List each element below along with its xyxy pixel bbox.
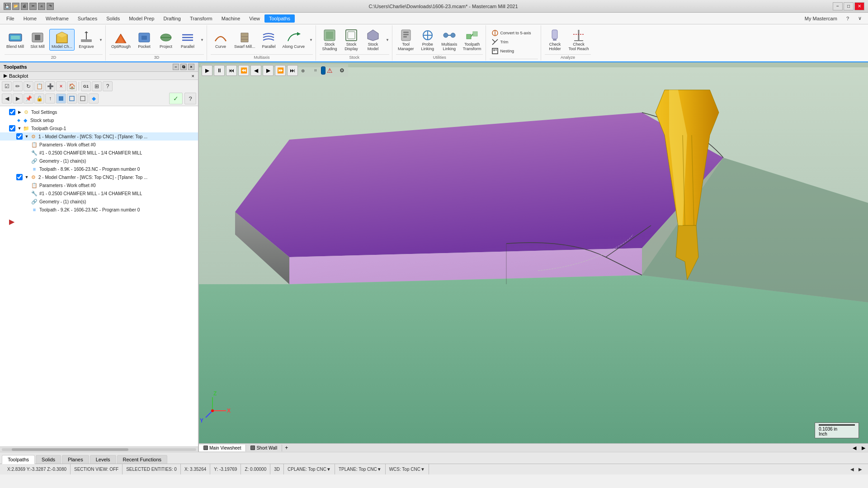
- ribbon-btn-project[interactable]: Project: [156, 29, 176, 50]
- vp-step-back[interactable]: ⏪: [238, 65, 249, 76]
- tree-item-op1[interactable]: ▼ ⚙ 1 - Model Chamfer - [WCS: Top CNC] -…: [0, 132, 198, 141]
- multiaxis-expand-arrow[interactable]: ▼: [309, 38, 313, 42]
- menu-wireframe[interactable]: Wireframe: [41, 14, 73, 23]
- tree-item-toolpath-group1[interactable]: ▼ 📁 Toolpath Group-1: [0, 124, 198, 132]
- ribbon-btn-stock-shading[interactable]: StockShading: [320, 27, 340, 52]
- bottom-tab-toolpaths[interactable]: Toolpaths: [2, 455, 35, 464]
- tree-item-op2-params[interactable]: 📋 Parameters - Work offset #0: [0, 181, 198, 189]
- ptb-home[interactable]: 🏠: [67, 81, 77, 91]
- ribbon-btn-tool-manager[interactable]: ToolManager: [396, 27, 416, 52]
- viewport[interactable]: X Z Y ▶ ⏸ ⏮ ⏪ ◀ ▶ ⏩ ⏭ ⊕ ⌗: [199, 62, 868, 452]
- minimize-button[interactable]: −: [833, 2, 843, 10]
- vp-pause[interactable]: ⏸: [214, 65, 225, 76]
- ribbon-btn-multiaxis-linking[interactable]: MultiaxisLinking: [439, 27, 459, 52]
- tree-checkbox-op2[interactable]: [16, 174, 23, 180]
- viewsheet-add-btn[interactable]: +: [282, 444, 291, 452]
- tree-item-tool-settings[interactable]: ▶ ⚙ Tool Settings: [0, 108, 198, 116]
- ptb-toggle-op-2[interactable]: [67, 94, 77, 103]
- tree-checkbox-tool-settings[interactable]: [9, 109, 15, 115]
- menu-surfaces[interactable]: Surfaces: [73, 14, 102, 23]
- backplot-close-btn[interactable]: ×: [192, 73, 194, 79]
- ribbon-btn-optirough[interactable]: OptiRough: [109, 29, 132, 50]
- ptb-diamond[interactable]: ◆: [89, 94, 99, 103]
- ribbon-btn-model-ch[interactable]: Model Ch...: [49, 29, 75, 51]
- vp-settings-btn[interactable]: ⚙: [336, 65, 347, 76]
- panel-float-btn[interactable]: ⧉: [180, 64, 187, 70]
- vp-skip-back[interactable]: ⏮: [226, 65, 237, 76]
- tree-expander-op2[interactable]: ▼: [24, 174, 30, 180]
- ribbon-btn-nesting[interactable]: Nesting: [490, 47, 533, 55]
- ribbon-btn-trim[interactable]: Trim: [490, 38, 533, 46]
- ptb-delete[interactable]: ×: [56, 81, 66, 91]
- vp-skip-forward[interactable]: ⏭: [287, 65, 298, 76]
- 2d-expand-arrow[interactable]: ▼: [99, 38, 103, 42]
- ribbon-btn-pocket[interactable]: Pocket: [134, 29, 154, 50]
- tree-expander-op1[interactable]: ▼: [24, 133, 30, 140]
- vp-next-frame[interactable]: ▶: [263, 65, 274, 76]
- ribbon-btn-parallel-ma[interactable]: Parallel: [259, 29, 278, 50]
- menu-my-mastercam[interactable]: My Mastercam: [800, 14, 842, 23]
- status-nav-left[interactable]: ◀: [848, 465, 856, 474]
- ptb-pin[interactable]: 📌: [24, 94, 33, 103]
- panel-scrollbar[interactable]: [0, 446, 198, 452]
- ptb-something[interactable]: ⊞: [92, 81, 102, 91]
- tree-item-op1-tp[interactable]: ≡ Toolpath - 8.9K - 1606-23.NC - Program…: [0, 165, 198, 173]
- ribbon-btn-along-curve[interactable]: Along Curve: [280, 29, 307, 50]
- menu-help[interactable]: ?: [842, 14, 854, 23]
- tree-item-stock-setup[interactable]: ◆ ◆ Stock setup: [0, 116, 198, 124]
- menu-drafting[interactable]: Drafting: [159, 14, 185, 23]
- ptb-toolpath-manager[interactable]: 📋: [34, 81, 44, 91]
- tree-checkbox-tpgroup1[interactable]: [9, 125, 15, 131]
- close-button[interactable]: ✕: [854, 2, 864, 10]
- tree-item-op2[interactable]: ▼ ⚙ 2 - Model Chamfer - [WCS: Top CNC] -…: [0, 173, 198, 181]
- app-icon-cut[interactable]: ✂: [29, 3, 37, 10]
- tree-item-op1-params[interactable]: 📋 Parameters - Work offset #0: [0, 141, 198, 149]
- ptb-question[interactable]: ?: [184, 93, 196, 104]
- ribbon-btn-convert-5axis[interactable]: Convert to 5-axis: [490, 29, 533, 37]
- scrollbar-thumb[interactable]: [12, 448, 128, 451]
- ribbon-btn-probe-linking[interactable]: ProbeLinking: [418, 27, 438, 52]
- ribbon-btn-stock-model[interactable]: StockModel: [363, 27, 383, 52]
- ribbon-btn-swarf-mill[interactable]: Swarf Mill...: [232, 29, 257, 50]
- ptb-confirm[interactable]: ✓: [169, 93, 183, 104]
- app-icon-open[interactable]: 📂: [12, 3, 19, 10]
- ribbon-btn-parallel[interactable]: Parallel: [178, 29, 198, 50]
- maximize-button[interactable]: □: [844, 2, 854, 10]
- ptb-forward[interactable]: ▶: [13, 94, 23, 103]
- ribbon-btn-stock-display[interactable]: StockDisplay: [341, 27, 361, 52]
- vp-alert-btn[interactable]: ⚠: [324, 65, 335, 76]
- tree-item-op2-tool[interactable]: 🔧 #1 - 0.2500 CHAMFER MILL - 1/4 CHAMFER…: [0, 189, 198, 197]
- bottom-tab-recent-functions[interactable]: Recent Functions: [117, 455, 168, 464]
- stock-expand-arrow[interactable]: ▼: [386, 38, 389, 42]
- ptb-lock[interactable]: 🔒: [34, 94, 44, 103]
- ptb-select-all[interactable]: ☑: [2, 81, 12, 91]
- ribbon-btn-slot-mill[interactable]: Slot Mill: [28, 29, 47, 50]
- scrollbar-track[interactable]: [2, 448, 196, 451]
- ptb-toggle-op-1[interactable]: [56, 94, 66, 103]
- menu-solids[interactable]: Solids: [102, 14, 124, 23]
- ptb-regenerate[interactable]: ↻: [24, 81, 33, 91]
- menu-machine[interactable]: Machine: [217, 14, 245, 23]
- status-cplane[interactable]: CPLANE: Top CNC ▼: [284, 464, 335, 474]
- app-icon-save[interactable]: 💾: [4, 3, 11, 10]
- viewsheet-nav-right[interactable]: ▶: [859, 444, 868, 452]
- ribbon-btn-curve[interactable]: Curve: [211, 29, 231, 50]
- menu-toolpaths[interactable]: Toolpaths: [264, 14, 295, 23]
- tree-checkbox-op1[interactable]: [16, 133, 23, 140]
- ptb-help[interactable]: ?: [103, 81, 113, 91]
- menu-model-prep[interactable]: Model Prep: [124, 14, 159, 23]
- menu-view[interactable]: View: [245, 14, 264, 23]
- ribbon-btn-check-holder[interactable]: CheckHolder: [545, 27, 565, 52]
- ptb-edit[interactable]: ✏: [13, 81, 23, 91]
- menu-arrow-down[interactable]: ∨: [854, 14, 866, 23]
- bottom-tab-levels[interactable]: Levels: [90, 455, 116, 464]
- ribbon-btn-blend-mill[interactable]: Blend Mill: [5, 29, 26, 50]
- viewsheet-tab-short-wall[interactable]: Short Wall: [246, 445, 282, 451]
- ribbon-btn-engrave[interactable]: Engrave: [76, 29, 96, 50]
- viewsheet-nav-left[interactable]: ◀: [850, 444, 859, 452]
- vp-prev-frame[interactable]: ◀: [250, 65, 261, 76]
- app-icon-print[interactable]: 🖨: [21, 3, 28, 10]
- ptb-move-up[interactable]: ↑: [45, 94, 55, 103]
- panel-expand-btn[interactable]: −: [173, 64, 179, 70]
- vp-step-forward[interactable]: ⏩: [275, 65, 286, 76]
